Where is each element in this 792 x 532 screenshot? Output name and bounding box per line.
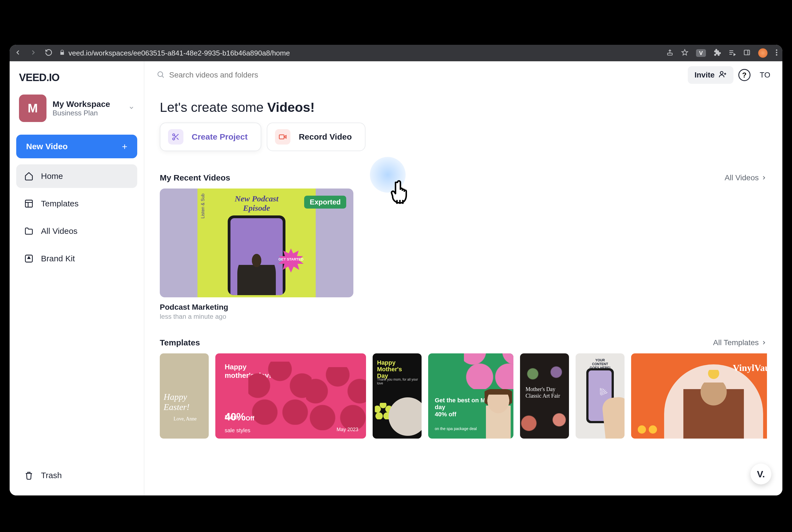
all-videos-link[interactable]: All Videos	[725, 173, 767, 182]
svg-point-15	[173, 134, 175, 136]
invite-user-icon	[719, 70, 727, 80]
svg-point-12	[720, 72, 723, 74]
sidebar-item-home[interactable]: Home	[16, 164, 137, 188]
url-text: veed.io/workspaces/ee063515-a841-48e2-99…	[69, 49, 290, 57]
all-templates-link[interactable]: All Templates	[713, 338, 767, 347]
sidebar-item-label: All Videos	[41, 226, 77, 236]
search-icon	[156, 70, 165, 80]
invite-label: Invite	[694, 71, 715, 79]
invite-button[interactable]: Invite	[688, 66, 733, 84]
svg-rect-20	[279, 135, 284, 139]
back-icon[interactable]	[14, 49, 22, 57]
search-field[interactable]	[156, 70, 683, 80]
status-badge: Exported	[304, 196, 346, 209]
workspace-plan: Business Plan	[53, 109, 122, 117]
svg-line-18	[177, 138, 179, 139]
chevron-down-icon	[128, 105, 134, 112]
help-button[interactable]: ?	[738, 69, 751, 81]
lock-icon	[59, 50, 65, 57]
sidebar-trash-label: Trash	[41, 471, 62, 480]
sidebar-item-trash[interactable]: Trash	[16, 463, 137, 487]
create-project-label: Create Project	[192, 132, 247, 141]
templates-section-title: Templates	[160, 338, 200, 347]
topbar: Invite ? TO	[144, 61, 782, 89]
create-project-button[interactable]: Create Project	[160, 122, 261, 151]
app-logo: VEED.IO	[16, 70, 137, 91]
recent-section-title: My Recent Videos	[160, 173, 230, 183]
scissors-icon	[168, 129, 183, 145]
sidebar-item-brand-kit[interactable]: Brand Kit	[16, 247, 137, 270]
template-card[interactable]: YOUR CONTENT GOES HERE!	[575, 354, 625, 439]
template-card[interactable]: VinylVault	[631, 354, 767, 439]
video-icon	[275, 129, 290, 145]
template-card[interactable]: Get the best on Mother's day40% off on t…	[428, 354, 513, 439]
template-card[interactable]: HappyMother'sDay Thank you mom, for all …	[373, 354, 422, 439]
svg-point-16	[173, 138, 175, 140]
template-card[interactable]: Happymother's day! Extra 40%Offsale styl…	[215, 354, 366, 439]
address-bar[interactable]: veed.io/workspaces/ee063515-a841-48e2-99…	[58, 48, 661, 59]
template-card[interactable]: Mother's DayClassic Art Fair	[520, 354, 569, 439]
reload-icon[interactable]	[45, 49, 53, 57]
new-video-label: New Video	[26, 142, 68, 151]
hero-title: Let's create some Videos!	[160, 100, 767, 115]
record-video-label: Record Video	[299, 132, 352, 141]
svg-point-3	[776, 50, 777, 51]
svg-line-19	[174, 135, 176, 137]
video-card[interactable]: New Podcast Episode Listen & Sub GET STA…	[160, 189, 353, 320]
svg-point-5	[776, 54, 777, 56]
star-icon[interactable]	[681, 49, 688, 57]
menu-dots-icon[interactable]	[775, 49, 778, 57]
template-card[interactable]: HappyEaster! Love, Anne	[160, 354, 209, 439]
sidebar-item-label: Templates	[41, 199, 79, 208]
sidebar-item-label: Home	[41, 171, 63, 181]
svg-rect-0	[667, 53, 672, 55]
brand-kit-icon	[24, 254, 34, 264]
content: Let's create some Videos! Create Project…	[144, 89, 782, 495]
svg-rect-6	[25, 200, 33, 207]
browser-window: veed.io/workspaces/ee063515-a841-48e2-99…	[10, 45, 782, 495]
main-panel: Invite ? TO Let's create some Videos!	[144, 61, 782, 495]
templates-row: HappyEaster! Love, Anne Happymother's da…	[160, 354, 767, 439]
share-icon[interactable]	[666, 49, 674, 57]
help-fab[interactable]: V.	[751, 463, 771, 484]
svg-rect-1	[744, 50, 750, 55]
record-video-button[interactable]: Record Video	[267, 122, 366, 151]
forward-icon[interactable]	[30, 49, 37, 57]
video-thumbnail: New Podcast Episode Listen & Sub GET STA…	[160, 189, 353, 297]
workspace-name: My Workspace	[53, 99, 122, 109]
folder-icon	[24, 226, 34, 236]
browser-chrome: veed.io/workspaces/ee063515-a841-48e2-99…	[10, 45, 782, 61]
playlist-icon[interactable]	[729, 49, 736, 57]
video-name: Podcast Marketing	[160, 303, 353, 311]
profile-avatar[interactable]	[758, 49, 768, 58]
extensions-icon[interactable]	[714, 49, 721, 57]
sidebar-item-label: Brand Kit	[41, 254, 75, 263]
panel-icon[interactable]	[743, 49, 751, 57]
phone-mock	[228, 215, 286, 295]
svg-point-4	[776, 52, 777, 53]
plus-icon: +	[122, 141, 127, 152]
trash-icon	[24, 471, 34, 480]
new-video-button[interactable]: New Video +	[16, 135, 137, 158]
starburst-icon: GET STARTED	[277, 248, 305, 276]
svg-line-11	[162, 76, 164, 78]
svg-text:GET STARTED: GET STARTED	[279, 257, 303, 261]
home-icon	[24, 171, 34, 181]
templates-icon	[24, 199, 34, 209]
app-root: VEED.IO M My Workspace Business Plan New…	[10, 61, 782, 495]
sidebar-item-templates[interactable]: Templates	[16, 192, 137, 215]
workspace-switcher[interactable]: M My Workspace Business Plan	[16, 91, 137, 125]
workspace-avatar: M	[19, 95, 47, 122]
extension-badge[interactable]: V	[696, 49, 706, 57]
svg-point-10	[158, 72, 163, 77]
sidebar-item-all-videos[interactable]: All Videos	[16, 219, 137, 243]
sidebar: VEED.IO M My Workspace Business Plan New…	[10, 61, 144, 495]
user-avatar[interactable]: TO	[760, 71, 770, 79]
search-input[interactable]	[169, 71, 334, 79]
video-timestamp: less than a minute ago	[160, 313, 353, 320]
